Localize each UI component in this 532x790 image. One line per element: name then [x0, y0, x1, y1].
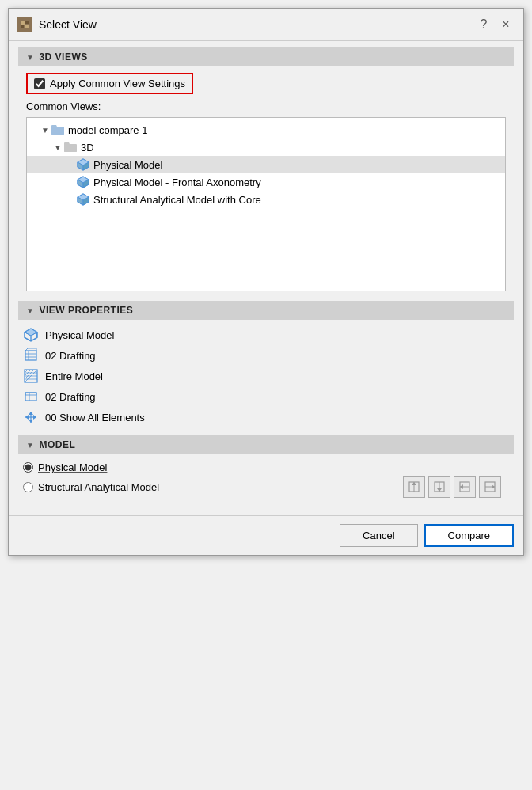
svg-rect-2: [25, 21, 28, 24]
section-view-properties-label: VIEW PROPERTIES: [39, 305, 133, 316]
vp-label-show-all: 00 Show All Elements: [45, 412, 145, 423]
section-model: ▼ MODEL Physical Model Structural Analyt…: [18, 435, 514, 503]
tree-expand-3d[interactable]: ▼: [52, 142, 63, 153]
tree-icon-cube-frontal: [76, 175, 90, 189]
tree-icon-cube-structural-core: [76, 192, 90, 207]
tree-container: ▼ model compare 1 ▼: [26, 117, 506, 291]
dialog-body: ▼ 3D VIEWS Apply Common View Settings Co…: [9, 41, 523, 515]
title-bar: Select View ? ×: [9, 9, 523, 41]
section-3d-views-arrow[interactable]: ▼: [26, 53, 34, 62]
radio-physical[interactable]: [23, 462, 33, 473]
tree-item-3d[interactable]: ▼ 3D: [27, 139, 505, 156]
common-views-label: Common Views:: [26, 101, 506, 112]
svg-marker-40: [25, 415, 28, 420]
radio-label-structural: Structural Analytical Model: [38, 481, 159, 493]
vp-label-physical: Physical Model: [45, 329, 114, 341]
vp-icon-drafting: [23, 348, 39, 363]
vp-label-entire-model: Entire Model: [45, 370, 103, 382]
svg-marker-41: [33, 415, 36, 420]
section-3d-views-label: 3D VIEWS: [39, 51, 87, 63]
tree-expand-root[interactable]: ▼: [40, 124, 51, 135]
section-3d-views-content: Apply Common View Settings Common Views:…: [18, 66, 514, 298]
model-icon-btn-4[interactable]: [479, 476, 501, 498]
section-view-properties-header: ▼ VIEW PROPERTIES: [18, 301, 514, 320]
vp-icon-cube: [23, 327, 39, 343]
svg-rect-1: [21, 21, 25, 25]
vp-icon-elements: [23, 409, 39, 425]
vp-label-drafting: 02 Drafting: [45, 350, 96, 362]
model-options: Physical Model Structural Analytical Mod…: [18, 454, 514, 503]
tree-item-frontal[interactable]: ▶ Physical Model - Frontal Axonometry: [27, 173, 505, 191]
tree-label-root: model compare 1: [68, 124, 147, 136]
tree-item-structural-core[interactable]: ▶ Structural Analytical Model with Core: [27, 191, 505, 208]
section-3d-views: ▼ 3D VIEWS Apply Common View Settings Co…: [18, 47, 514, 298]
radio-row-structural-inner: Structural Analytical Model: [23, 479, 159, 496]
title-controls: ? ×: [474, 15, 515, 34]
vp-label-drafting-2: 02 Drafting: [45, 391, 96, 403]
dialog-footer: Cancel Compare: [9, 515, 523, 555]
svg-rect-4: [25, 25, 28, 28]
dialog-title: Select View: [39, 18, 474, 31]
dialog-icon: [17, 17, 32, 32]
vp-item-show-all: 00 Show All Elements: [18, 407, 514, 427]
apply-settings-label: Apply Common View Settings: [50, 78, 185, 89]
vp-item-drafting: 02 Drafting: [18, 345, 514, 366]
tree-item-physical[interactable]: ▶ Physical Model: [27, 156, 505, 173]
svg-marker-39: [28, 420, 33, 423]
tree-label-frontal: Physical Model - Frontal Axonometry: [93, 177, 261, 188]
model-icon-btn-2[interactable]: [428, 476, 450, 498]
section-view-properties-arrow[interactable]: ▼: [26, 306, 34, 315]
vp-icon-hatching: [23, 368, 39, 384]
section-3d-views-header: ▼ 3D VIEWS: [18, 47, 514, 66]
vp-item-drafting-2: 02 Drafting: [18, 386, 514, 407]
apply-settings-box: Apply Common View Settings: [26, 73, 193, 94]
tree-icon-folder-3d: [63, 140, 78, 154]
model-icon-btn-3[interactable]: [454, 476, 476, 498]
help-button[interactable]: ?: [474, 15, 493, 34]
section-view-properties: ▼ VIEW PROPERTIES Physical Model: [18, 301, 514, 432]
section-model-header: ▼ MODEL: [18, 435, 514, 454]
vp-item-entire-model: Entire Model: [18, 366, 514, 386]
radio-structural[interactable]: [23, 482, 33, 492]
apply-settings-checkbox[interactable]: [34, 78, 45, 89]
radio-label-physical: Physical Model: [38, 461, 107, 473]
svg-marker-38: [28, 412, 33, 415]
svg-rect-21: [25, 351, 36, 360]
svg-marker-18: [25, 329, 37, 336]
view-properties-list: Physical Model 02 Drafting: [18, 320, 514, 432]
section-model-label: MODEL: [39, 439, 75, 450]
cancel-button[interactable]: Cancel: [340, 524, 417, 547]
select-view-dialog: Select View ? × ▼ 3D VIEWS Apply Common …: [8, 8, 524, 556]
svg-rect-33: [25, 393, 36, 401]
tree-icon-cube-physical: [76, 158, 90, 172]
vp-item-physical: Physical Model: [18, 325, 514, 345]
tree-label-structural-core: Structural Analytical Model with Core: [93, 194, 261, 206]
svg-rect-3: [21, 25, 24, 28]
section-model-arrow[interactable]: ▼: [26, 441, 34, 450]
tree-item-root[interactable]: ▼ model compare 1: [27, 121, 505, 139]
tree-icon-folder-root: [51, 123, 65, 137]
svg-line-29: [25, 370, 28, 373]
vp-icon-plan: [23, 389, 39, 404]
close-button[interactable]: ×: [496, 15, 515, 34]
tree-label-physical: Physical Model: [93, 159, 162, 171]
model-radio-row-structural: Structural Analytical Model: [23, 476, 509, 498]
tree-label-3d: 3D: [81, 142, 94, 154]
model-icon-btn-1[interactable]: [403, 476, 425, 498]
compare-button[interactable]: Compare: [424, 524, 514, 547]
model-radio-row-physical: Physical Model: [23, 459, 509, 476]
model-icon-buttons: [403, 476, 509, 498]
